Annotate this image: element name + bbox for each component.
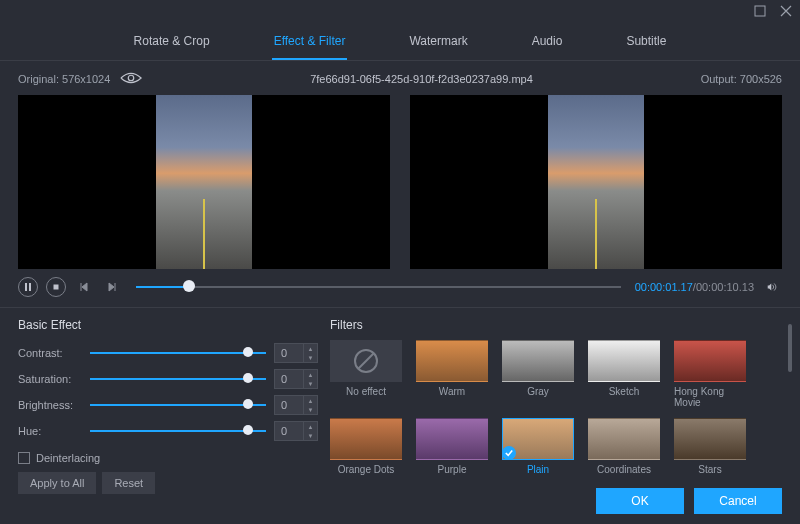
- contrast-slider[interactable]: [90, 345, 266, 361]
- slider-label: Saturation:: [18, 373, 82, 385]
- filter-coordinates[interactable]: Coordinates: [588, 418, 660, 475]
- hue-value[interactable]: 0▲▼: [274, 421, 318, 441]
- contrast-value[interactable]: 0▲▼: [274, 343, 318, 363]
- svg-rect-3: [29, 283, 31, 291]
- filter-warm[interactable]: Warm: [416, 340, 488, 408]
- filter-no-effect[interactable]: No effect: [330, 340, 402, 408]
- filter-sketch[interactable]: Sketch: [588, 340, 660, 408]
- brightness-value[interactable]: 0▲▼: [274, 395, 318, 415]
- preview-output: [410, 95, 782, 269]
- slider-label: Brightness:: [18, 399, 82, 411]
- original-size-label: Original: 576x1024: [18, 73, 110, 85]
- tabs: Rotate & CropEffect & FilterWatermarkAud…: [0, 24, 800, 61]
- filter-plain[interactable]: Plain: [502, 418, 574, 475]
- filter-purple[interactable]: Purple: [416, 418, 488, 475]
- hue-slider[interactable]: [90, 423, 266, 439]
- filter-orange-dots[interactable]: Orange Dots: [330, 418, 402, 475]
- pause-button[interactable]: [18, 277, 38, 297]
- filter-hong-kong-movie[interactable]: Hong Kong Movie: [674, 340, 746, 408]
- svg-rect-0: [755, 6, 765, 16]
- cancel-button[interactable]: Cancel: [694, 488, 782, 514]
- saturation-value[interactable]: 0▲▼: [274, 369, 318, 389]
- ok-button[interactable]: OK: [596, 488, 684, 514]
- filter-stars[interactable]: Stars: [674, 418, 746, 475]
- basic-effect-title: Basic Effect: [18, 318, 318, 332]
- maximize-icon[interactable]: [754, 5, 766, 20]
- next-frame-button[interactable]: [102, 277, 122, 297]
- filters-title: Filters: [330, 318, 782, 332]
- svg-line-6: [358, 353, 374, 369]
- volume-icon[interactable]: [762, 277, 782, 297]
- eye-icon[interactable]: [120, 71, 142, 87]
- tab-audio[interactable]: Audio: [530, 28, 565, 60]
- svg-rect-2: [25, 283, 27, 291]
- tab-watermark[interactable]: Watermark: [407, 28, 469, 60]
- apply-to-all-button[interactable]: Apply to All: [18, 472, 96, 494]
- reset-button[interactable]: Reset: [102, 472, 155, 494]
- filters-scrollbar[interactable]: [788, 324, 792, 372]
- filename-label: 7fe66d91-06f5-425d-910f-f2d3e0237a99.mp4: [310, 73, 533, 85]
- deinterlacing-checkbox[interactable]: Deinterlacing: [18, 452, 318, 464]
- slider-label: Hue:: [18, 425, 82, 437]
- slider-label: Contrast:: [18, 347, 82, 359]
- svg-point-1: [129, 75, 135, 81]
- preview-original: [18, 95, 390, 269]
- tab-effect-filter[interactable]: Effect & Filter: [272, 28, 348, 60]
- close-icon[interactable]: [780, 5, 792, 20]
- tab-rotate-crop[interactable]: Rotate & Crop: [132, 28, 212, 60]
- stop-button[interactable]: [46, 277, 66, 297]
- timecode: 00:00:01.17/00:00:10.13: [635, 281, 754, 293]
- tab-subtitle[interactable]: Subtitle: [624, 28, 668, 60]
- filter-gray[interactable]: Gray: [502, 340, 574, 408]
- svg-rect-4: [54, 285, 59, 290]
- seek-slider[interactable]: [136, 279, 621, 295]
- prev-frame-button[interactable]: [74, 277, 94, 297]
- saturation-slider[interactable]: [90, 371, 266, 387]
- brightness-slider[interactable]: [90, 397, 266, 413]
- output-size-label: Output: 700x526: [701, 73, 782, 85]
